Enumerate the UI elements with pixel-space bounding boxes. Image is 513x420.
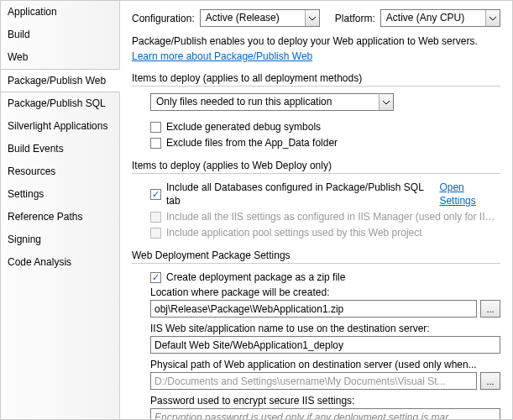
platform-dropdown[interactable]: Active (Any CPU) xyxy=(380,9,500,27)
location-input[interactable] xyxy=(150,300,477,318)
sidebar-item-web[interactable]: Web xyxy=(1,46,119,69)
iis-name-input[interactable] xyxy=(150,336,500,354)
learn-more-link[interactable]: Learn more about Package/Publish Web xyxy=(132,50,312,62)
include-databases-checkbox[interactable] xyxy=(150,189,161,200)
configuration-dropdown[interactable]: Active (Release) xyxy=(200,9,320,27)
iis-name-label: IIS Web site/application name to use on … xyxy=(150,323,500,334)
include-databases-label: Include all Databases configured in Pack… xyxy=(166,181,427,207)
configuration-label: Configuration: xyxy=(132,13,195,24)
password-input[interactable] xyxy=(150,408,500,419)
sidebar-item-settings[interactable]: Settings xyxy=(1,183,119,206)
sidebar-item-build[interactable]: Build xyxy=(1,24,119,46)
platform-label: Platform: xyxy=(335,13,375,24)
intro-text: Package/Publish enables you to deploy yo… xyxy=(132,35,500,47)
configuration-value: Active (Release) xyxy=(201,10,305,26)
exclude-debug-label: Exclude generated debug symbols xyxy=(166,120,321,134)
section-package-settings: Web Deployment Package Settings xyxy=(132,248,500,264)
create-zip-checkbox[interactable] xyxy=(150,272,161,283)
items-to-deploy-value: Only files needed to run this applicatio… xyxy=(151,94,379,110)
sidebar-item-reference-paths[interactable]: Reference Paths xyxy=(1,206,119,228)
sidebar-item-package-publish-sql[interactable]: Package/Publish SQL xyxy=(1,92,119,115)
open-settings-link[interactable]: Open Settings xyxy=(439,181,500,207)
exclude-debug-checkbox[interactable] xyxy=(150,122,161,133)
sidebar-item-package-publish-web[interactable]: Package/Publish Web xyxy=(1,69,120,92)
exclude-appdata-label: Exclude files from the App_Data folder xyxy=(166,136,338,150)
sidebar-item-silverlight[interactable]: Silverlight Applications xyxy=(1,115,119,138)
exclude-appdata-checkbox[interactable] xyxy=(150,138,161,149)
include-iis-checkbox xyxy=(150,212,161,223)
sidebar-item-code-analysis[interactable]: Code Analysis xyxy=(1,251,119,274)
section-items-webdeploy: Items to deploy (applies to Web Deploy o… xyxy=(132,158,500,174)
location-label: Location where package will be created: xyxy=(150,286,500,298)
platform-value: Active (Any CPU) xyxy=(381,10,485,26)
section-items-all: Items to deploy (applies to all deployme… xyxy=(132,71,500,87)
create-zip-label: Create deployment package as a zip file xyxy=(166,270,345,284)
include-apppool-label: Include application pool settings used b… xyxy=(166,226,422,239)
physical-path-input[interactable] xyxy=(150,372,477,390)
sidebar: Application Build Web Package/Publish We… xyxy=(1,1,120,419)
chevron-down-icon xyxy=(485,10,500,26)
browse-location-button[interactable]: ... xyxy=(480,300,500,318)
password-label: Password used to encrypt secure IIS sett… xyxy=(150,395,500,407)
sidebar-item-signing[interactable]: Signing xyxy=(1,228,119,251)
browse-physical-button[interactable]: ... xyxy=(480,372,500,390)
include-iis-label: Include all the IIS settings as configur… xyxy=(166,210,500,223)
physical-path-label: Physical path of Web application on dest… xyxy=(150,359,500,370)
sidebar-item-build-events[interactable]: Build Events xyxy=(1,138,119,160)
chevron-down-icon xyxy=(305,10,319,26)
main-panel: Configuration: Active (Release) Platform… xyxy=(120,1,512,419)
sidebar-item-resources[interactable]: Resources xyxy=(1,160,119,183)
chevron-down-icon xyxy=(379,94,393,110)
sidebar-item-application[interactable]: Application xyxy=(1,1,119,24)
items-to-deploy-dropdown[interactable]: Only files needed to run this applicatio… xyxy=(150,93,394,111)
include-apppool-checkbox xyxy=(150,228,161,239)
